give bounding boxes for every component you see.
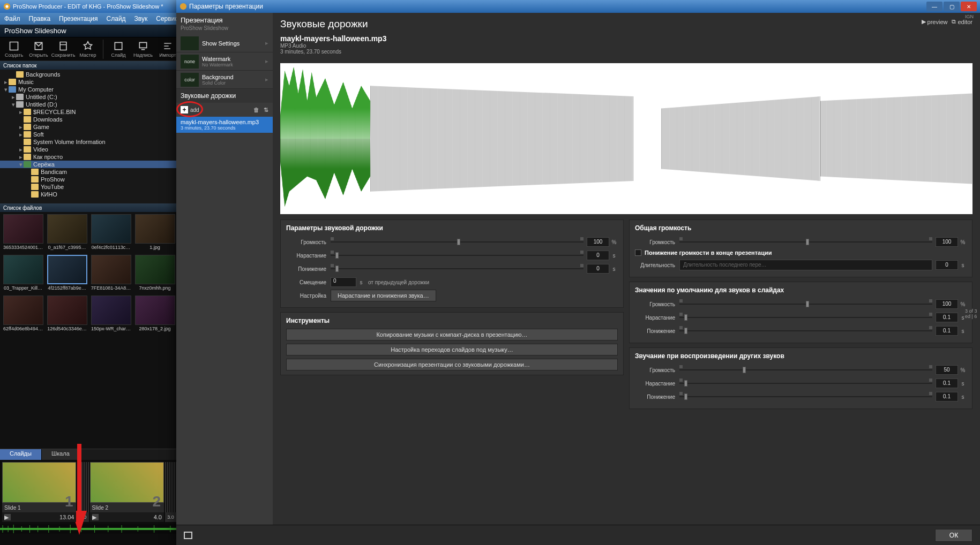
slider[interactable] xyxy=(679,380,932,387)
tree-YouTube[interactable]: YouTube xyxy=(0,183,178,191)
dialog-titlebar[interactable]: Параметры презентации — ▢ ✕ xyxy=(176,0,980,13)
dialog-footer: ОК xyxy=(176,525,980,545)
waveform-display[interactable] xyxy=(280,63,972,214)
tree-System Volume Information[interactable]: System Volume Information xyxy=(0,138,178,146)
tool-button[interactable]: Синхронизация презентации со звуковыми д… xyxy=(286,359,618,370)
file-thumb[interactable]: 1.jpg xyxy=(134,214,176,253)
toolbar-Создать[interactable]: Создать xyxy=(2,39,26,60)
menu-Презентация[interactable]: Презентация xyxy=(55,15,102,22)
right-edge-peek: IGN 3 of 3 ed | 6 xyxy=(964,13,980,34)
slider[interactable] xyxy=(331,238,583,246)
sidebar-Show Settings[interactable]: Show Settings▸ xyxy=(176,34,273,52)
duration-value[interactable]: 0 xyxy=(936,260,958,270)
tree-Untitled (D:)[interactable]: ▾Untitled (D:) xyxy=(0,101,178,108)
track-params-panel: Параметры звуковой дорожки Громкость100%… xyxy=(280,219,624,308)
tree-My Computer[interactable]: ▾My Computer xyxy=(0,86,178,93)
tree-Серёжа[interactable]: ▾Серёжа xyxy=(0,161,178,168)
presentation-options-dialog: Параметры презентации — ▢ ✕ Презентация … xyxy=(176,0,980,545)
tree-Downloads[interactable]: Downloads xyxy=(0,116,178,123)
audio-track-item[interactable]: maykl-mayers-halloween.mp3 3 minutes, 23… xyxy=(176,117,273,133)
toolbar-Мастер[interactable]: Мастер xyxy=(76,39,100,60)
timeline-area: Слайды Шкала 1Slide 1▶13.043.02Slide 2▶4… xyxy=(0,449,178,545)
tree-Soft[interactable]: ▸Soft xyxy=(0,131,178,138)
resize-handle-icon[interactable] xyxy=(184,532,192,539)
fade-settings-button[interactable]: Нарастание и понижения звука… xyxy=(331,290,436,301)
file-thumb[interactable]: 3653334524001… xyxy=(2,214,44,253)
file-thumb[interactable]: 0ef4c2fc01113c… xyxy=(90,214,132,253)
file-thumb[interactable]: 03_Trapper_Kill… xyxy=(2,255,44,293)
reorder-tracks-icon[interactable]: ⇅ xyxy=(264,107,268,113)
transition[interactable]: 3.0 xyxy=(165,462,176,522)
toolbar-Надпись[interactable]: Надпись xyxy=(131,39,155,60)
toolbar-Сохранить[interactable]: Сохранить xyxy=(51,39,75,60)
folder-tree[interactable]: Backgrounds▸Music▾My Computer▸Untitled (… xyxy=(0,70,178,203)
add-track-button[interactable]: + add xyxy=(181,106,199,113)
menu-Файл[interactable]: Файл xyxy=(0,15,25,22)
tree-Backgrounds[interactable]: Backgrounds xyxy=(0,71,178,78)
svg-point-1 xyxy=(5,5,8,7)
slider[interactable] xyxy=(679,366,932,374)
checkbox-icon xyxy=(635,249,641,256)
transition[interactable]: 3.0 xyxy=(77,462,88,522)
file-thumb[interactable]: 7nxz0mhh.png xyxy=(134,255,176,293)
tree-КИНО[interactable]: КИНО xyxy=(0,191,178,198)
dialog-icon xyxy=(179,3,187,10)
tree-ProShow[interactable]: ProShow xyxy=(0,176,178,183)
sidebar-Background[interactable]: colorBackgroundSolid Color▸ xyxy=(176,71,273,89)
tree-Как просто[interactable]: ▸Как просто xyxy=(0,153,178,161)
slides-row[interactable]: 1Slide 1▶13.043.02Slide 2▶4.03.0 xyxy=(0,460,178,524)
track-name: maykl-mayers-halloween.mp3 xyxy=(181,119,268,125)
menu-Звук[interactable]: Звук xyxy=(130,15,152,22)
tree-Untitled (C:)[interactable]: ▸Untitled (C:) xyxy=(0,93,178,101)
slide-1[interactable]: 1Slide 1▶13.04 xyxy=(2,462,76,522)
tool-button[interactable]: Копирование музыки с компакт-диска в пре… xyxy=(286,329,618,340)
tool-button[interactable]: Настройка переходов слайдов под музыку… xyxy=(286,344,618,355)
tree-$RECYCLE.BIN[interactable]: ▸$RECYCLE.BIN xyxy=(0,108,178,116)
file-thumb[interactable]: 126d540c3346e… xyxy=(46,296,88,334)
tree-Video[interactable]: ▸Video xyxy=(0,146,178,153)
add-track-bar: + add 🗑 ⇅ xyxy=(176,103,273,117)
preview-button[interactable]: ▶ preview xyxy=(922,18,948,25)
plus-icon: + xyxy=(181,106,188,113)
slide-2[interactable]: 2Slide 2▶4.0 xyxy=(90,462,164,522)
toolbar-Слайд[interactable]: Слайд xyxy=(107,39,130,60)
file-thumb[interactable]: 280x178_2.jpg xyxy=(134,296,176,334)
timeline-audio-wave[interactable] xyxy=(0,524,178,534)
delete-track-icon[interactable]: 🗑 xyxy=(253,107,259,113)
minimize-button[interactable]: — xyxy=(926,2,942,11)
duration-placeholder[interactable]: Длительность последнего пере… xyxy=(679,260,932,270)
file-duration: 3 minutes, 23.70 seconds xyxy=(280,49,972,55)
file-grid[interactable]: 3653334524001…0_a1f67_c3995…0ef4c2fc0111… xyxy=(0,212,178,449)
menu-Слайд[interactable]: Слайд xyxy=(102,15,130,22)
maximize-button[interactable]: ▢ xyxy=(944,2,960,11)
toolbar-Открыть[interactable]: Открыть xyxy=(27,39,50,60)
offset-unit: s xyxy=(357,279,365,285)
timeline-tabs[interactable]: Слайды Шкала xyxy=(0,449,178,460)
file-thumb[interactable]: 4f2152ff87ab9e… xyxy=(46,255,88,293)
add-label: add xyxy=(190,107,199,113)
file-thumb[interactable]: 7FE81081-34A8… xyxy=(90,255,132,293)
file-thumb[interactable]: 62ff4d06e8b494… xyxy=(2,296,44,334)
ok-button[interactable]: ОК xyxy=(935,529,972,542)
end-fade-checkbox[interactable]: Понижение громкости в конце презентации xyxy=(635,249,967,256)
project-title: ProShow Slideshow xyxy=(4,27,66,35)
offset-input[interactable]: 0 xyxy=(331,277,356,287)
file-thumb[interactable]: 0_a1f67_c3995… xyxy=(46,214,88,253)
panel-title: Общая громкость xyxy=(635,224,967,232)
slider[interactable] xyxy=(331,265,583,272)
slider[interactable] xyxy=(679,327,932,335)
slider[interactable] xyxy=(679,238,932,246)
slider[interactable] xyxy=(679,393,932,400)
menu-Правка[interactable]: Правка xyxy=(25,15,55,22)
tree-Music[interactable]: ▸Music xyxy=(0,78,178,86)
sidebar-Watermark[interactable]: noneWatermarkNo Watermark▸ xyxy=(176,52,273,71)
tree-Game[interactable]: ▸Game xyxy=(0,123,178,131)
slider[interactable] xyxy=(331,252,583,259)
slider[interactable] xyxy=(679,314,932,321)
slider[interactable] xyxy=(679,300,932,308)
tree-Bandicam[interactable]: Bandicam xyxy=(0,168,178,176)
close-button[interactable]: ✕ xyxy=(961,2,977,11)
tab-timeline[interactable]: Шкала xyxy=(42,449,80,460)
tab-slides[interactable]: Слайды xyxy=(0,449,42,460)
file-thumb[interactable]: 150px-WR_char… xyxy=(90,296,132,334)
